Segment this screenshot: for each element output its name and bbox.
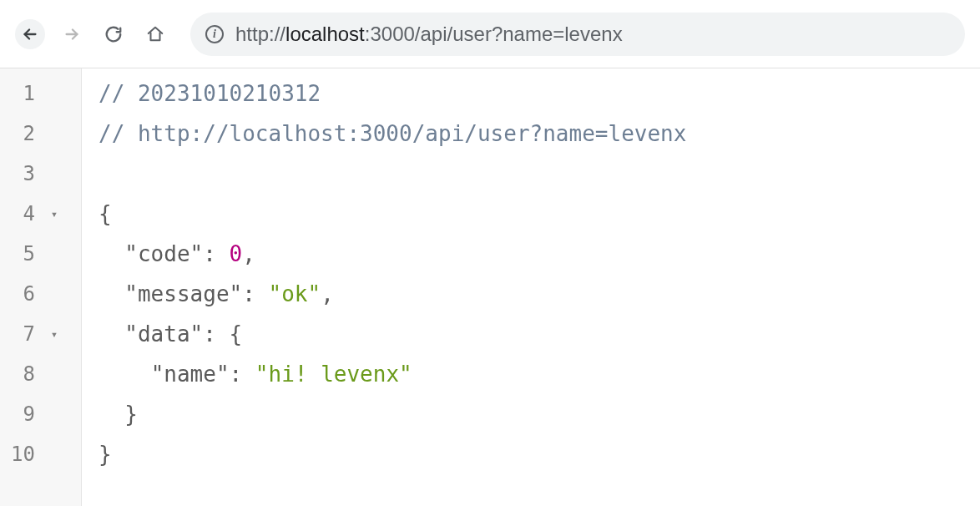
json-number: 0 <box>230 241 243 266</box>
json-key: "data" <box>124 321 203 347</box>
site-info-icon[interactable]: i <box>205 25 224 43</box>
line-number: 9 <box>0 394 42 434</box>
brace: } <box>99 442 112 467</box>
brace: { <box>230 321 243 347</box>
browser-toolbar: i http://localhost:3000/api/user?name=le… <box>0 0 980 68</box>
json-key: "message" <box>124 281 242 306</box>
url-scheme: http:// <box>235 23 285 45</box>
line-number: 8 <box>0 354 42 394</box>
home-button[interactable] <box>140 19 170 49</box>
forward-button[interactable] <box>57 19 87 49</box>
line-gutter: 1 2 3 4▾ 5 6 7▾ 8 9 10 <box>0 68 82 506</box>
line-number: 6 <box>0 274 42 314</box>
brace: { <box>99 201 112 226</box>
line-number: 3 <box>0 154 42 194</box>
json-string: "ok" <box>269 281 321 306</box>
json-key: "code" <box>124 241 203 266</box>
line-number: 5 <box>0 234 42 274</box>
address-bar[interactable]: i http://localhost:3000/api/user?name=le… <box>190 13 965 56</box>
reload-button[interactable] <box>99 19 129 49</box>
line-number: 4 <box>0 194 42 234</box>
url-host: localhost <box>285 23 365 45</box>
line-number: 2 <box>0 114 42 154</box>
json-string: "hi! levenx" <box>255 362 412 387</box>
line-number: 7 <box>0 314 42 354</box>
comment-line: // 20231010210312 <box>99 81 321 106</box>
comment-line: // http://localhost:3000/api/user?name=l… <box>99 121 686 146</box>
json-viewer: 1 2 3 4▾ 5 6 7▾ 8 9 10 // 20231010210312… <box>0 68 980 506</box>
line-number: 1 <box>0 73 42 114</box>
url-path: :3000/api/user?name=levenx <box>365 23 623 45</box>
code-area: // 20231010210312 // http://localhost:30… <box>82 68 686 506</box>
fold-toggle-icon[interactable]: ▾ <box>42 314 67 354</box>
url-text: http://localhost:3000/api/user?name=leve… <box>235 23 623 46</box>
json-key: "name" <box>151 362 230 387</box>
fold-toggle-icon[interactable]: ▾ <box>42 194 67 234</box>
back-button[interactable] <box>15 19 45 49</box>
brace: } <box>124 402 138 427</box>
line-number: 10 <box>0 434 42 474</box>
